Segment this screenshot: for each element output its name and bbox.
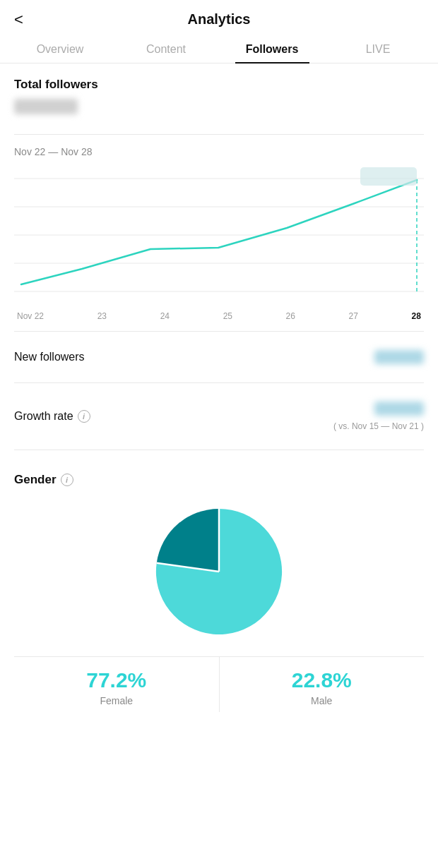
growth-rate-row: Growth rate i ( vs. Nov 15 — Nov 21 ) bbox=[14, 394, 424, 438]
x-label-27: 27 bbox=[349, 311, 358, 321]
tab-content[interactable]: Content bbox=[113, 35, 219, 63]
date-range-label: Nov 22 — Nov 28 bbox=[14, 146, 424, 157]
new-followers-row: New followers bbox=[14, 343, 424, 371]
tab-bar: Overview Content Followers LIVE bbox=[0, 35, 438, 64]
x-label-nov22: Nov 22 bbox=[17, 311, 44, 321]
x-label-26: 26 bbox=[286, 311, 295, 321]
male-percentage: 22.8% bbox=[220, 668, 425, 692]
gender-pie-container bbox=[14, 501, 424, 642]
gender-stats: 77.2% Female 22.8% Male bbox=[14, 656, 424, 712]
chart-svg bbox=[14, 164, 424, 306]
divider-2 bbox=[14, 331, 424, 332]
x-axis: Nov 22 23 24 25 26 27 28 bbox=[14, 308, 424, 321]
growth-rate-info-icon[interactable]: i bbox=[78, 410, 90, 423]
pie-male-slice bbox=[157, 509, 219, 572]
gender-section: Gender i 77.2% bbox=[0, 462, 438, 723]
growth-rate-vs-text: ( vs. Nov 15 — Nov 21 ) bbox=[333, 421, 424, 431]
total-followers-label: Total followers bbox=[14, 78, 424, 92]
x-label-24: 24 bbox=[160, 311, 170, 321]
tab-overview[interactable]: Overview bbox=[7, 35, 113, 63]
followers-chart: Nov 22 23 24 25 26 27 28 bbox=[14, 164, 424, 320]
total-followers-value bbox=[14, 99, 78, 114]
growth-rate-right: ( vs. Nov 15 — Nov 21 ) bbox=[333, 402, 424, 431]
growth-rate-label: Growth rate i bbox=[14, 410, 90, 423]
male-label: Male bbox=[220, 695, 425, 706]
back-button[interactable]: < bbox=[14, 11, 23, 29]
tab-live[interactable]: LIVE bbox=[325, 35, 431, 63]
tab-followers[interactable]: Followers bbox=[219, 35, 325, 63]
divider-4 bbox=[14, 450, 424, 450]
female-percentage: 77.2% bbox=[14, 668, 219, 692]
x-label-25: 25 bbox=[223, 311, 232, 321]
growth-rate-value bbox=[374, 402, 424, 416]
female-label: Female bbox=[14, 695, 219, 706]
chart-tooltip-bg bbox=[360, 167, 417, 186]
divider-3 bbox=[14, 382, 424, 383]
x-label-28: 28 bbox=[412, 311, 421, 321]
page-title: Analytics bbox=[188, 11, 251, 28]
x-label-23: 23 bbox=[97, 311, 107, 321]
new-followers-label: New followers bbox=[14, 351, 85, 363]
female-stat: 77.2% Female bbox=[14, 657, 220, 712]
gender-pie-chart bbox=[148, 501, 290, 642]
gender-info-icon[interactable]: i bbox=[61, 474, 73, 486]
divider-1 bbox=[14, 134, 424, 135]
male-stat: 22.8% Male bbox=[220, 657, 425, 712]
gender-title: Gender i bbox=[14, 473, 424, 487]
chart-line bbox=[21, 180, 417, 284]
new-followers-value bbox=[374, 350, 424, 364]
main-content: Total followers Nov 22 — Nov 28 Nov 22 2… bbox=[0, 64, 438, 450]
header: < Analytics bbox=[0, 0, 438, 35]
